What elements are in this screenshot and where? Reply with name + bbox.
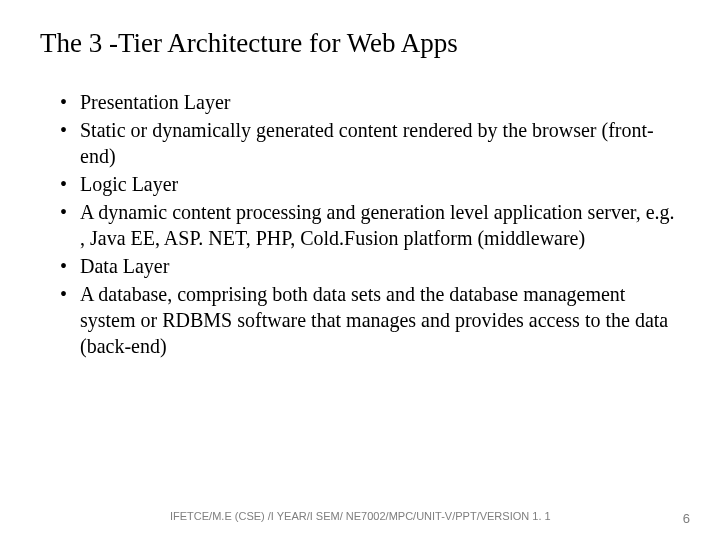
list-item: Static or dynamically generated content … bbox=[60, 117, 680, 169]
page-number: 6 bbox=[683, 511, 690, 526]
list-item: Data Layer bbox=[60, 253, 680, 279]
slide-title: The 3 -Tier Architecture for Web Apps bbox=[40, 28, 680, 59]
footer-text: IFETCE/M.E (CSE) /I YEAR/I SEM/ NE7002/M… bbox=[170, 510, 551, 522]
list-item: A database, comprising both data sets an… bbox=[60, 281, 680, 359]
list-item: A dynamic content processing and generat… bbox=[60, 199, 680, 251]
list-item: Presentation Layer bbox=[60, 89, 680, 115]
slide: The 3 -Tier Architecture for Web Apps Pr… bbox=[0, 0, 720, 540]
list-item: Logic Layer bbox=[60, 171, 680, 197]
bullet-list: Presentation Layer Static or dynamically… bbox=[40, 89, 680, 359]
